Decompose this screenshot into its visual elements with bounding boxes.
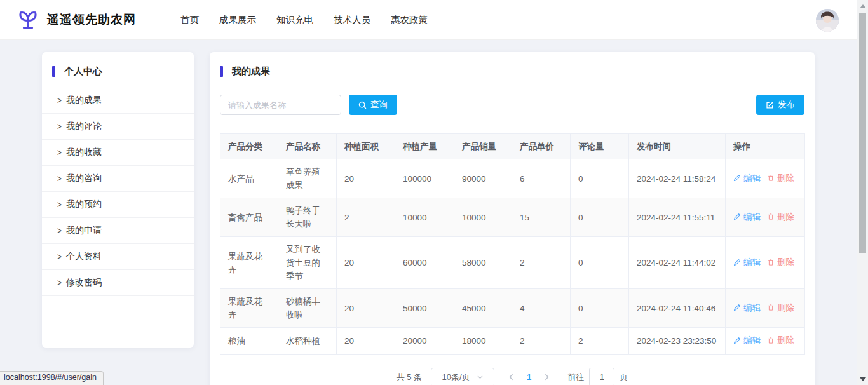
sidebar-item-label: 个人资料 bbox=[66, 251, 102, 262]
edit-link[interactable]: 编辑 bbox=[733, 255, 761, 269]
cell-actions: 编辑删除 bbox=[726, 198, 805, 237]
next-page-button[interactable] bbox=[543, 373, 551, 381]
sidebar-item-label: 修改密码 bbox=[66, 277, 102, 288]
sidebar-item-my-consultations[interactable]: >我的咨询 bbox=[42, 166, 194, 192]
page-number-1[interactable]: 1 bbox=[527, 372, 531, 382]
pagination: 共 5 条 10条/页 1 前往 页 bbox=[210, 368, 815, 385]
delete-link-label: 删除 bbox=[777, 210, 794, 224]
chevron-right-icon: > bbox=[57, 121, 62, 132]
chevron-right-icon: > bbox=[57, 199, 62, 210]
sidebar-title: 个人中心 bbox=[64, 65, 102, 78]
cell-comments: 2 bbox=[571, 328, 629, 355]
sidebar-item-label: 我的收藏 bbox=[66, 147, 102, 158]
cell-time: 2024-02-24 11:40:46 bbox=[629, 289, 726, 328]
delete-link[interactable]: 删除 bbox=[767, 334, 794, 347]
table-row: 果蔬及花卉 砂糖橘丰收啦 20 50000 45000 4 0 2024-02-… bbox=[220, 289, 805, 328]
sidebar-item-my-favorites[interactable]: >我的收藏 bbox=[42, 140, 194, 166]
total-count: 共 5 条 bbox=[397, 372, 422, 383]
sidebar-item-change-password[interactable]: >修改密码 bbox=[42, 270, 194, 296]
edit-link-label: 编辑 bbox=[743, 210, 761, 224]
sidebar-item-my-applications[interactable]: >我的申请 bbox=[42, 218, 194, 244]
scroll-up-arrow-icon[interactable] bbox=[860, 4, 866, 8]
cell-price: 2 bbox=[512, 328, 571, 355]
nav-item-policies[interactable]: 惠农政策 bbox=[391, 14, 428, 26]
table-row: 水产品 草鱼养殖成果 20 100000 90000 6 0 2024-02-2… bbox=[220, 159, 805, 198]
cell-comments: 0 bbox=[571, 289, 629, 328]
pencil-icon bbox=[733, 174, 741, 182]
delete-link[interactable]: 删除 bbox=[767, 172, 794, 185]
scroll-down-arrow-icon[interactable] bbox=[860, 377, 866, 381]
toolbar: 查询 发布 bbox=[220, 95, 804, 115]
cell-category: 果蔬及花卉 bbox=[220, 289, 278, 328]
cell-category: 畜禽产品 bbox=[220, 198, 278, 237]
site-title: 遥遥领先助农网 bbox=[47, 11, 136, 28]
cell-actions: 编辑删除 bbox=[726, 159, 805, 198]
cell-sales: 90000 bbox=[454, 159, 512, 198]
browser-status-url: localhost:1998/#/user/gain bbox=[0, 371, 104, 385]
edit-link[interactable]: 编辑 bbox=[733, 301, 761, 314]
cell-area: 20 bbox=[337, 328, 395, 355]
col-price: 产品单价 bbox=[512, 134, 571, 159]
nav-item-achievements[interactable]: 成果展示 bbox=[219, 14, 256, 26]
main-content-card: 我的成果 查询 发布 产品 bbox=[210, 52, 815, 385]
cell-sales: 10000 bbox=[454, 198, 512, 237]
goto-page-input[interactable] bbox=[589, 368, 614, 385]
cell-time: 2024-02-23 23:23:50 bbox=[629, 328, 726, 355]
chevron-right-icon: > bbox=[57, 277, 62, 288]
nav-item-technicians[interactable]: 技术人员 bbox=[334, 14, 370, 26]
goto-page: 前往 页 bbox=[567, 368, 628, 385]
goto-suffix: 页 bbox=[620, 372, 628, 383]
col-area: 种植面积 bbox=[337, 134, 395, 159]
chevron-right-icon: > bbox=[57, 225, 62, 236]
page-title: 我的成果 bbox=[232, 65, 270, 78]
vertical-scrollbar[interactable] bbox=[857, 0, 868, 385]
chevron-right-icon: > bbox=[57, 173, 62, 184]
sidebar-item-label: 我的预约 bbox=[66, 199, 102, 210]
chevron-right-icon bbox=[543, 373, 551, 381]
cell-area: 20 bbox=[337, 237, 395, 289]
page-size-select[interactable]: 10条/页 bbox=[431, 368, 494, 385]
edit-link[interactable]: 编辑 bbox=[733, 210, 761, 224]
nav-item-knowledge[interactable]: 知识充电 bbox=[276, 14, 313, 26]
cell-price: 15 bbox=[512, 198, 571, 237]
nav-item-home[interactable]: 首页 bbox=[180, 14, 199, 26]
cell-area: 20 bbox=[337, 159, 395, 198]
cell-price: 4 bbox=[512, 289, 571, 328]
chevron-down-icon bbox=[477, 374, 484, 381]
cell-sales: 45000 bbox=[454, 289, 512, 328]
edit-link[interactable]: 编辑 bbox=[733, 334, 761, 347]
cell-actions: 编辑删除 bbox=[726, 237, 805, 289]
delete-link[interactable]: 删除 bbox=[767, 301, 794, 314]
sidebar-item-my-appointments[interactable]: >我的预约 bbox=[42, 192, 194, 218]
cell-sales: 18000 bbox=[454, 328, 512, 355]
cell-yield: 60000 bbox=[395, 237, 454, 289]
cell-price: 2 bbox=[512, 237, 571, 289]
sidebar-item-my-comments[interactable]: >我的评论 bbox=[42, 114, 194, 140]
sidebar-item-my-achievements[interactable]: >我的成果 bbox=[42, 88, 194, 114]
cell-yield: 100000 bbox=[395, 159, 454, 198]
main-header: 我的成果 bbox=[210, 52, 815, 78]
user-avatar[interactable] bbox=[816, 9, 839, 32]
sidebar-item-profile[interactable]: >个人资料 bbox=[42, 244, 194, 270]
trash-icon bbox=[767, 174, 775, 182]
trash-icon bbox=[767, 304, 775, 311]
query-button[interactable]: 查询 bbox=[349, 95, 397, 115]
col-actions: 操作 bbox=[726, 134, 805, 159]
edit-link[interactable]: 编辑 bbox=[733, 172, 761, 185]
search-input[interactable] bbox=[220, 95, 341, 115]
sidebar-item-label: 我的咨询 bbox=[66, 173, 102, 184]
scrollbar-thumb[interactable] bbox=[859, 13, 866, 253]
delete-link[interactable]: 删除 bbox=[767, 255, 794, 269]
delete-link[interactable]: 删除 bbox=[767, 210, 794, 224]
publish-button-label: 发布 bbox=[778, 99, 795, 111]
col-category: 产品分类 bbox=[220, 134, 278, 159]
sidebar-item-label: 我的评论 bbox=[66, 121, 102, 132]
chevron-right-icon: > bbox=[57, 147, 62, 158]
publish-button[interactable]: 发布 bbox=[756, 95, 804, 115]
cell-yield: 20000 bbox=[395, 328, 454, 355]
edit-link-label: 编辑 bbox=[743, 255, 761, 269]
col-time: 发布时间 bbox=[629, 134, 726, 159]
sidebar-card: 个人中心 >我的成果 >我的评论 >我的收藏 >我的咨询 >我的预约 >我的申请… bbox=[42, 52, 194, 348]
cell-name: 水稻种植 bbox=[278, 328, 337, 355]
prev-page-button[interactable] bbox=[507, 373, 515, 381]
